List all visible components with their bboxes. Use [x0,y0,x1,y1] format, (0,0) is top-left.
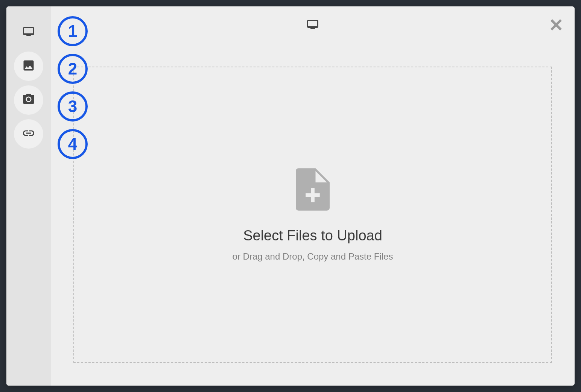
close-button[interactable] [549,18,563,33]
svg-rect-3 [306,193,320,197]
close-icon [549,27,563,33]
sidebar-item-link[interactable] [14,119,43,149]
sidebar-item-image[interactable] [14,52,43,81]
upload-dialog: Select Files to Upload or Drag and Drop,… [6,6,575,386]
file-dropzone[interactable]: Select Files to Upload or Drag and Drop,… [73,67,552,363]
dialog-header [51,6,575,44]
link-icon [22,126,35,141]
file-add-icon [296,168,330,213]
source-sidebar [6,6,51,386]
sidebar-item-device[interactable] [14,18,43,47]
device-icon [22,25,35,40]
camera-icon [22,93,35,108]
dropzone-title: Select Files to Upload [243,228,382,244]
image-icon [22,59,35,74]
main-panel: Select Files to Upload or Drag and Drop,… [51,6,575,386]
sidebar-item-camera[interactable] [14,85,43,115]
device-icon [306,18,319,33]
dropzone-subtitle: or Drag and Drop, Copy and Paste Files [233,251,393,262]
